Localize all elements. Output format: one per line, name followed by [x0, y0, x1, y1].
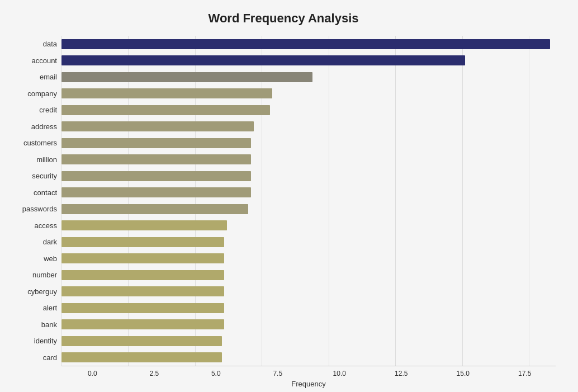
bar-row	[61, 120, 556, 133]
y-label: identity	[34, 337, 57, 344]
chart-container: Word Frequency Analysis dataaccountemail…	[0, 0, 578, 392]
x-tick: 10.0	[309, 370, 371, 377]
bar	[61, 138, 251, 148]
bar	[61, 154, 251, 164]
y-label: bank	[41, 321, 57, 328]
y-label: account	[31, 57, 57, 64]
bar	[61, 270, 224, 280]
bar-row	[61, 38, 556, 50]
bar-row	[61, 335, 556, 347]
bar	[61, 171, 251, 181]
x-tick: 12.5	[371, 370, 433, 377]
bar	[61, 336, 222, 346]
y-label: data	[43, 40, 57, 48]
bar-row	[61, 236, 556, 248]
bar-row	[61, 186, 556, 199]
bar-row	[61, 71, 556, 83]
x-tick: 2.5	[124, 370, 186, 377]
bar-row	[61, 137, 556, 149]
chart-title: Word Frequency Analysis	[11, 11, 556, 26]
bar-row	[61, 87, 556, 100]
x-tick: 0.0	[61, 370, 124, 377]
bar	[61, 72, 312, 82]
y-label: customers	[23, 139, 57, 147]
bar	[61, 88, 272, 98]
y-label: web	[44, 255, 57, 262]
bar	[61, 286, 224, 296]
bar	[61, 187, 251, 197]
y-label: number	[32, 271, 57, 278]
y-label: email	[40, 73, 57, 81]
y-label: passwords	[22, 205, 57, 212]
bar-row	[61, 153, 556, 166]
chart-area: dataaccountemailcompanycreditaddresscust…	[11, 36, 556, 366]
y-label: million	[36, 156, 57, 163]
bar	[61, 303, 224, 313]
bar-row	[61, 269, 556, 281]
bar-row	[61, 170, 556, 182]
y-label: credit	[39, 106, 57, 114]
bar-row	[61, 318, 556, 330]
y-label: security	[32, 172, 57, 180]
bar	[61, 319, 224, 329]
x-axis: 0.02.55.07.510.012.515.017.5	[61, 370, 556, 377]
y-label: card	[43, 354, 57, 361]
bar	[61, 121, 254, 131]
y-label: access	[35, 222, 57, 229]
bar	[61, 220, 227, 230]
x-tick: 15.0	[432, 370, 494, 377]
bar	[61, 352, 222, 362]
y-label: cyberguy	[27, 288, 57, 295]
x-tick: 5.0	[185, 370, 247, 377]
y-label: alert	[43, 304, 57, 311]
y-label: address	[31, 123, 57, 130]
x-axis-label: Frequency	[61, 380, 556, 388]
bar-row	[61, 351, 556, 363]
bar	[61, 237, 224, 247]
y-label: company	[27, 90, 57, 97]
bar	[61, 39, 550, 49]
bar	[61, 105, 270, 115]
x-tick: 7.5	[247, 370, 309, 377]
bar-row	[61, 302, 556, 314]
bar-row	[61, 252, 556, 265]
bars-wrapper	[61, 36, 556, 366]
bar-row	[61, 104, 556, 116]
bar	[61, 253, 224, 263]
bar-row	[61, 285, 556, 297]
bar-row	[61, 54, 556, 67]
bar-row	[61, 203, 556, 215]
y-labels: dataaccountemailcompanycreditaddresscust…	[11, 36, 61, 366]
axis-line	[61, 366, 556, 366]
bar	[61, 55, 465, 65]
bars-and-grid	[61, 36, 556, 366]
bar	[61, 204, 248, 214]
bar-row	[61, 219, 556, 232]
x-tick: 17.5	[494, 370, 556, 377]
y-label: dark	[43, 238, 57, 245]
y-label: contact	[34, 189, 57, 196]
